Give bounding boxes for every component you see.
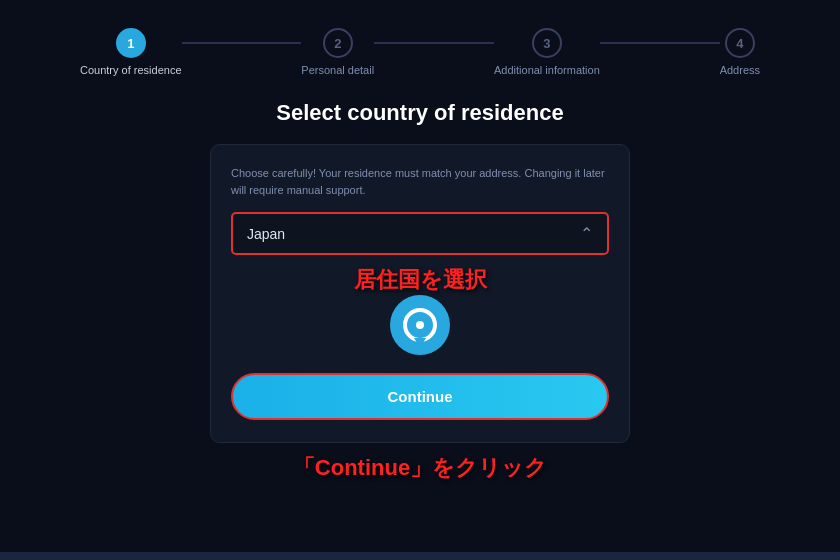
chevron-up-icon: ⌃ xyxy=(580,224,593,243)
page-title: Select country of residence xyxy=(276,100,563,126)
bottom-bar xyxy=(0,552,840,560)
country-dropdown[interactable]: Japan ⌃ xyxy=(231,212,609,255)
step-3-circle: 3 xyxy=(532,28,562,58)
location-pin xyxy=(414,338,426,348)
step-2-label: Personal detail xyxy=(301,64,374,76)
dropdown-selected-value: Japan xyxy=(247,226,285,242)
connector-1-2 xyxy=(182,42,302,44)
step-4-circle: 4 xyxy=(725,28,755,58)
step-2-circle: 2 xyxy=(323,28,353,58)
step-4-label: Address xyxy=(720,64,760,76)
step-1-label: Country of residence xyxy=(80,64,182,76)
annotation-overlay: 居住国を選択 xyxy=(231,261,609,355)
progress-bar: 1 Country of residence 2 Personal detail… xyxy=(0,0,840,76)
step-2: 2 Personal detail xyxy=(301,28,374,76)
connector-3-4 xyxy=(600,42,720,44)
location-icon-inner xyxy=(403,308,437,342)
country-residence-card: Choose carefully! Your residence must ma… xyxy=(210,144,630,443)
continue-button[interactable]: Continue xyxy=(231,373,609,420)
step-3: 3 Additional information xyxy=(494,28,600,76)
step-3-label: Additional information xyxy=(494,64,600,76)
step-1: 1 Country of residence xyxy=(80,28,182,76)
annotation-text-jp: 居住国を選択 xyxy=(354,265,487,295)
bottom-annotation-text: 「Continue」をクリック xyxy=(293,453,547,483)
location-icon xyxy=(390,295,450,355)
connector-2-3 xyxy=(374,42,494,44)
step-1-circle: 1 xyxy=(116,28,146,58)
card-notice: Choose carefully! Your residence must ma… xyxy=(231,165,609,198)
step-4: 4 Address xyxy=(720,28,760,76)
